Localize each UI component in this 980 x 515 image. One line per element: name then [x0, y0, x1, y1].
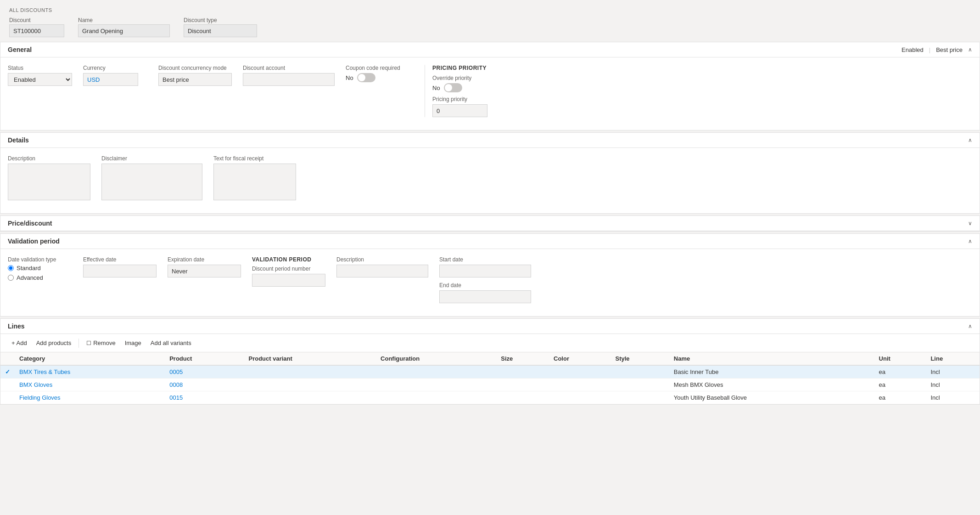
row-unit: ea — [874, 365, 926, 379]
table-row: BMX Gloves0008Mesh BMX GloveseaIncl — [0, 379, 980, 391]
fiscal-field: Text for fiscal receipt — [213, 155, 296, 200]
expiration-date-value[interactable]: Never — [168, 265, 241, 277]
row-name: Basic Inner Tube — [669, 365, 874, 379]
validation-period-section: Validation period ∧ Date validation type… — [0, 233, 980, 317]
expiration-date-label: Expiration date — [168, 256, 241, 263]
row-line: Incl — [926, 391, 980, 404]
start-date-value[interactable] — [439, 265, 531, 277]
details-chevron-icon: ∧ — [968, 137, 972, 143]
details-section: Details ∧ Description Disclaimer Text fo… — [0, 132, 980, 214]
status-label: Status — [8, 65, 72, 71]
col-check — [0, 352, 15, 365]
row-style — [611, 391, 669, 404]
validation-period-chevron-icon: ∧ — [968, 238, 972, 244]
account-label: Discount account — [243, 65, 335, 71]
disclaimer-input[interactable] — [101, 164, 202, 200]
header-fields: Discount ST100000 Name Grand Opening Dis… — [0, 14, 980, 42]
discount-period-value[interactable] — [252, 274, 325, 287]
general-status-badge: Enabled — [902, 46, 924, 53]
col-name: Name — [669, 352, 874, 365]
vp-description-value[interactable] — [336, 265, 428, 277]
general-header-right: Enabled | Best price ∧ — [902, 46, 972, 53]
row-unit: ea — [874, 379, 926, 391]
radio-standard[interactable]: Standard — [8, 265, 72, 272]
lines-section-title: Lines — [8, 323, 25, 330]
concurrency-field: Discount concurrency mode Best price — [158, 65, 232, 86]
add-products-button[interactable]: Add products — [33, 338, 75, 348]
row-configuration — [376, 379, 496, 391]
coupon-toggle-field: No — [346, 73, 410, 82]
expiration-date-field: Expiration date Never — [168, 256, 241, 277]
remove-button[interactable]: ☐ Remove — [83, 338, 119, 348]
details-section-header[interactable]: Details ∧ — [0, 133, 980, 148]
row-product[interactable]: 0008 — [165, 379, 244, 391]
lines-toolbar: + Add Add products ☐ Remove Image Add al… — [0, 334, 980, 352]
date-range-group: Start date End date — [439, 256, 531, 303]
row-style — [611, 365, 669, 379]
pricing-priority-label: Pricing priority — [432, 96, 497, 102]
remove-icon: ☐ — [86, 340, 91, 346]
currency-value[interactable]: USD — [83, 73, 138, 86]
pricing-priority-value[interactable]: 0 — [432, 104, 487, 117]
general-section-header[interactable]: General Enabled | Best price ∧ — [0, 42, 980, 57]
row-name: Mesh BMX Gloves — [669, 379, 874, 391]
lines-chevron-icon: ∧ — [968, 323, 972, 329]
radio-standard-label: Standard — [17, 265, 41, 272]
add-button[interactable]: + Add — [8, 338, 31, 348]
details-section-title: Details — [8, 136, 29, 144]
currency-label: Currency — [83, 65, 147, 71]
override-toggle[interactable] — [444, 83, 462, 92]
end-date-label: End date — [439, 282, 531, 289]
row-color — [549, 391, 610, 404]
add-all-variants-button[interactable]: Add all variants — [147, 338, 195, 348]
discount-type-label: Discount type — [184, 17, 257, 23]
col-color: Color — [549, 352, 610, 365]
row-check-cell[interactable] — [0, 379, 15, 391]
row-category[interactable]: BMX Tires & Tubes — [15, 365, 165, 379]
row-product[interactable]: 0015 — [165, 391, 244, 404]
row-category[interactable]: Fielding Gloves — [15, 391, 165, 404]
validation-period-header[interactable]: Validation period ∧ — [0, 234, 980, 249]
concurrency-label: Discount concurrency mode — [158, 65, 232, 71]
validation-period-group: VALIDATION PERIOD Discount period number — [252, 256, 325, 287]
description-input[interactable] — [8, 164, 90, 200]
effective-date-label: Effective date — [83, 256, 157, 263]
status-select[interactable]: Enabled Disabled — [8, 73, 72, 86]
disclaimer-field: Disclaimer — [101, 155, 202, 200]
radio-standard-input[interactable] — [8, 265, 14, 271]
validation-period-subtitle: VALIDATION PERIOD — [252, 256, 325, 263]
row-configuration — [376, 391, 496, 404]
effective-date-field: Effective date — [83, 256, 157, 277]
breadcrumb: ALL DISCOUNTS — [9, 7, 52, 13]
col-line: Line — [926, 352, 980, 365]
currency-field: Currency USD — [83, 65, 147, 86]
col-size: Size — [496, 352, 549, 365]
lines-section-header[interactable]: Lines ∧ — [0, 319, 980, 334]
fiscal-input[interactable] — [213, 164, 296, 200]
fiscal-label: Text for fiscal receipt — [213, 155, 296, 162]
row-line: Incl — [926, 365, 980, 379]
override-toggle-field: No — [432, 83, 497, 92]
account-value[interactable] — [243, 73, 335, 86]
row-product-variant — [244, 365, 376, 379]
discount-type-value: Discount — [184, 24, 257, 37]
name-label: Name — [78, 17, 170, 23]
row-color — [549, 379, 610, 391]
check-mark-icon: ✓ — [5, 368, 10, 375]
coupon-toggle[interactable] — [357, 73, 375, 82]
radio-advanced-input[interactable] — [8, 275, 14, 281]
row-product[interactable]: 0005 — [165, 365, 244, 379]
date-validation-label: Date validation type — [8, 256, 72, 263]
coupon-field: Coupon code required No — [346, 65, 410, 82]
end-date-value[interactable] — [439, 290, 531, 303]
price-discount-header[interactable]: Price/discount ∨ — [0, 216, 980, 231]
image-button[interactable]: Image — [121, 338, 145, 348]
row-check-cell[interactable] — [0, 391, 15, 404]
row-product-variant — [244, 391, 376, 404]
general-section-title: General — [8, 46, 32, 53]
row-category[interactable]: BMX Gloves — [15, 379, 165, 391]
effective-date-value[interactable] — [83, 265, 157, 277]
row-check-cell[interactable]: ✓ — [0, 365, 15, 379]
row-size — [496, 379, 549, 391]
radio-advanced[interactable]: Advanced — [8, 274, 72, 281]
